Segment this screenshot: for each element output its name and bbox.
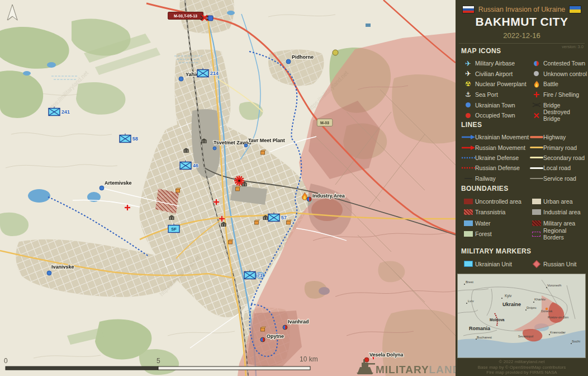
legend-label: Local road (543, 164, 588, 171)
unit-label: 46 (193, 163, 198, 168)
service-road-icon (529, 178, 543, 179)
inset-label: Rostov-on-Don (548, 316, 568, 319)
legend-label: Forest (475, 231, 529, 237)
unknown-control-icon (529, 71, 543, 76)
ukraine-flag-icon (569, 6, 581, 13)
battle-icon (529, 80, 543, 88)
overview-inset-map: BrestVoronezhKyivLvivKharkivUkraineDnipr… (457, 274, 586, 358)
legend-label: Industrial area (543, 209, 588, 215)
unit-label: 241 (61, 109, 70, 115)
legend-label: Russian Movement (475, 144, 529, 151)
legend-label: Railway (475, 175, 529, 182)
town-label: Pidhorne (292, 54, 314, 60)
divider (459, 43, 585, 44)
section-military-markers: MILITARY MARKERS Ukrainian Unit Russian … (456, 247, 588, 269)
bakhmut-map-screenshot: https://militaryland.net https://militar… (0, 0, 588, 376)
section-title: MILITARY MARKERS (461, 247, 588, 255)
section-lines: LINES Ukrainian Movement Highway Russian… (456, 121, 588, 184)
map-svg: https://militaryland.net https://militar… (0, 0, 456, 376)
forest-swatch (461, 231, 475, 237)
legend-label: Uncontrolled area (475, 198, 529, 205)
transnistria-swatch (461, 209, 475, 215)
legend-label: Contested Town (543, 60, 588, 67)
inset-label: Sevastopol (518, 335, 533, 338)
military-airbase-icon: ✈ (461, 60, 475, 67)
svg-text:5: 5 (157, 357, 160, 365)
legend-label: Sea Port (475, 91, 529, 98)
ukrainian-unit-icon (461, 261, 475, 267)
svg-text:M-03,T-05-13: M-03,T-05-13 (174, 14, 197, 18)
legend-label: Military Airbase (475, 60, 529, 67)
highway-icon (529, 136, 543, 138)
section-boundaries: BOUNDARIES Uncontrolled area Urban area … (456, 185, 588, 239)
occupied-town-icon (461, 113, 475, 118)
map-series-title: Russian Invasion of Ukraine (477, 6, 567, 13)
ukrainian-movement-icon (461, 134, 475, 140)
legend-label: Primary road (543, 144, 588, 151)
legend-label: Service road (543, 175, 588, 182)
section-title: LINES (461, 121, 588, 129)
inset-label: Brest (466, 280, 473, 284)
svg-text:SF: SF (171, 227, 177, 232)
inset-label: Voronezh (547, 284, 561, 287)
town-label: Vesela Dolyna (369, 352, 404, 358)
town-label: Ivanhrad (288, 319, 309, 325)
unit-label: 71 (257, 272, 263, 278)
legend-label: Ukraine Defense (475, 154, 529, 161)
svg-text:M-03: M-03 (320, 121, 329, 125)
map-date: 2022-12-16 (456, 31, 588, 40)
russian-unit-icon (529, 261, 543, 267)
svg-text:MILITARYLAND: MILITARYLAND (376, 364, 456, 375)
regional-borders-swatch (529, 232, 543, 237)
water-swatch (461, 220, 475, 226)
legend-label: Civilian Airport (475, 70, 529, 77)
section-map-icons: MAP ICONS ✈ Military Airbase Contested T… (456, 47, 588, 121)
copyright-block: © 2022 militaryland.net Base map by © Op… (456, 359, 588, 375)
road-label: M-03 (317, 119, 333, 126)
bridge-icon (529, 102, 543, 108)
civilian-airport-icon: ✈ (461, 70, 475, 77)
fire-shelling-icon (529, 91, 543, 98)
section-title: MAP ICONS (461, 47, 588, 55)
town-label: Industry Area (312, 193, 345, 199)
map-canvas: https://militaryland.net https://militar… (0, 0, 456, 376)
legend-label: Unknown control (543, 70, 588, 77)
destroyed-bridge-icon (529, 112, 543, 119)
legend-label: Highway (543, 134, 588, 140)
legend-label: Secondary road (543, 154, 588, 161)
ukrainian-unit-marker: SF (168, 224, 179, 233)
railway-icon (461, 178, 475, 180)
blue-marker (208, 16, 213, 21)
military-area (155, 189, 179, 214)
legend-label: Transnistria (475, 209, 529, 215)
inset-label: Bucharest (477, 336, 492, 339)
inset-label: Krasnodar (550, 331, 566, 334)
legend-label: Ukrainian Movement (475, 134, 529, 140)
inset-label: Kharkiv (534, 298, 546, 301)
legend-label: Russian Defense (475, 164, 529, 171)
ukraine-defense-icon (461, 156, 475, 160)
russian-movement-icon (461, 145, 475, 151)
legend-label: Ukrainian Unit (475, 261, 529, 267)
section-title: BOUNDARIES (461, 185, 588, 192)
legend-label: Military area (543, 220, 588, 227)
legend-label: Regional Borders (543, 227, 588, 241)
svg-text:0: 0 (4, 357, 8, 365)
nuclear-powerplant-icon: ☢ (461, 81, 475, 87)
military-area-swatch (529, 220, 543, 226)
legend-label: Fire / Shelling (543, 91, 588, 98)
legend-label: Urban area (543, 198, 588, 205)
uncontrolled-area-swatch (461, 199, 475, 204)
legend-label: Water (475, 220, 529, 227)
copyright-line: © 2022 militaryland.net (456, 359, 588, 365)
legend-label: Battle (543, 81, 588, 87)
town-label: Artemivske (105, 180, 132, 186)
legend-label: Occupied Town (475, 112, 529, 119)
town-label: Tavr Meet Plant (248, 138, 285, 143)
town-label: Opytne (267, 333, 284, 339)
legend-label: Nuclear Powerplant (475, 81, 529, 87)
inset-label: Romania (469, 326, 491, 331)
primary-road-icon (529, 147, 543, 148)
copyright-line: Base map by © OpenStreetMap contributors (456, 365, 588, 370)
unknown-marker (333, 50, 338, 55)
